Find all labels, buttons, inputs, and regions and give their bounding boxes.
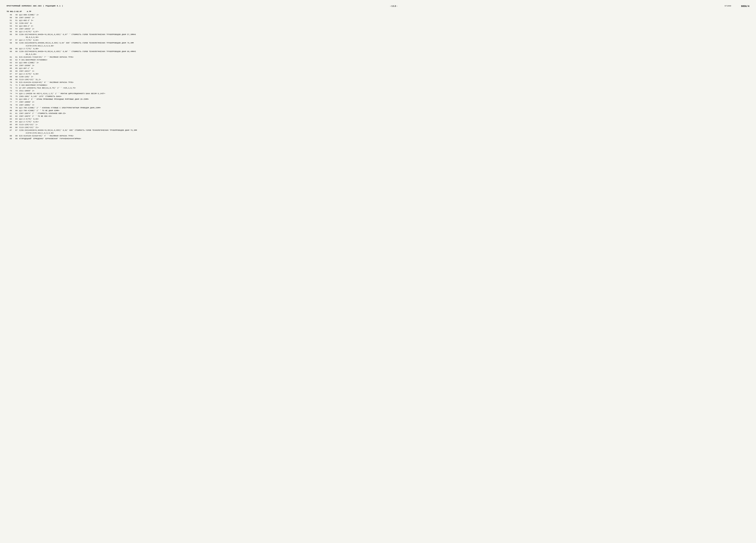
table-row: 64642307-10396' 3• xyxy=(7,64,749,67)
row-num1: 86 xyxy=(7,126,13,129)
row-num2: 89 xyxy=(13,137,19,140)
row-text: Ц12-2-4(75)' 0,03• xyxy=(19,118,749,121)
row-num1: 53 xyxy=(7,25,13,28)
row-num2: 85 xyxy=(13,123,19,126)
table-row: 50502307-10403' 2• xyxy=(7,16,749,19)
row-text: Ц12-2-7(75)' 0,09• xyxy=(19,47,749,50)
row-num2: 49 xyxy=(13,14,19,16)
table-row: 75752303-1001' 0,145' 1375' СТОИМОСТЬ БА… xyxy=(7,95,749,98)
row-num1: 62 xyxy=(7,59,13,61)
row-text: С159-1391' 3• xyxy=(19,75,749,78)
row-text: С159-643' 6• xyxy=(19,22,749,25)
row-text: Ц12-602-3' 5• xyxy=(19,19,749,22)
row-num2: 57 xyxy=(13,39,19,42)
table-row: 54542307-10633' 2• xyxy=(7,28,749,30)
row-text: 2307-10396' 3• xyxy=(19,64,749,67)
table-row: 5757Ц12-2-7(75)' 0,04• xyxy=(7,39,749,42)
row-text: Ц12-607-1' 4• xyxy=(19,67,749,70)
row-text: Ц12-2-7(75)' 0,04• xyxy=(19,39,749,42)
row-text: П АО2-ВАКУУМНАЯ УСТАНОВКА• xyxy=(19,84,749,87)
row-num1: 70 xyxy=(7,81,13,84)
table-row: 7070Е15-614#154-8(Н10=45)' 6' ' МАСЛЯНАЯ… xyxy=(7,81,749,84)
table-row: 6262П АО1-ВАКУУМНАЯ УСТАНОВКА• xyxy=(7,59,749,61)
row-num2: 60 xyxy=(13,50,19,53)
table-row: 8080Ц12-796-4(90В)' 2' ' ТО ЖЕ ДИАМ 63ММ… xyxy=(7,109,749,112)
table-row: 73732311-10835' 2• xyxy=(7,90,749,92)
row-num2: 83 xyxy=(13,118,19,121)
table-row: 8585С113-129(=13)' 1• xyxy=(7,123,749,126)
row-num2: 86 xyxy=(13,126,19,129)
row-num1: 58 xyxy=(7,42,13,44)
row-num1: 85 xyxy=(7,123,13,126)
row-num1: 84 xyxy=(7,121,13,123)
table-row: 7171П АО2-ВАКУУМНАЯ УСТАНОВКА• xyxy=(7,84,749,87)
table-row: 78782307-10061' 4• xyxy=(7,104,749,107)
row-num1: 79 xyxy=(7,107,13,109)
row-text: С159-3321#КО39=0,9#КО9•=0,95(А1,0,655)' … xyxy=(19,129,749,135)
row-text: С113-129(=13)' 1• xyxy=(19,123,749,126)
row-num2: 56 xyxy=(13,33,19,36)
row-num2: 51 xyxy=(13,19,19,22)
row-num1: 54 xyxy=(7,28,13,30)
table-row: 66662307-10217' 4• xyxy=(7,70,749,73)
row-text: Ц12-2-7(75)' 0,01• xyxy=(19,121,749,123)
row-num1: 89 xyxy=(7,137,13,140)
table-row: 5656С159-3317#КО39=0,9#КО9•=0,95(А1,0,65… xyxy=(7,33,749,39)
row-num2: 52 xyxy=(13,22,19,25)
row-num2: 68 xyxy=(13,75,19,78)
row-text: Ц12-603-2' 2• xyxy=(19,25,749,28)
row-text: 2307-10403' 2• xyxy=(19,16,749,19)
row-num1: 60 xyxy=(7,50,13,53)
document-content: ТП 901-I-82.87 А.ТР 4949Ц12-600-3(90В)' … xyxy=(7,11,749,140)
table-row: 8888Е15-614#164-8(Н10=45)' 4' ' МАСЛЯНАЯ… xyxy=(7,135,749,137)
row-num1: 77 xyxy=(7,101,13,104)
program-info: ПРОГРАММНЫЙ КОМПЛЕКС АВС-ЗЕС ( РЕДАКЦИЯ … xyxy=(7,5,63,7)
row-num1: 59 xyxy=(7,47,13,50)
row-num1: 61 xyxy=(7,56,13,59)
row-text: С113-130(=13)' 31,2• xyxy=(19,78,749,81)
row-num2: 69 xyxy=(13,78,19,81)
row-text: Ц12-2-6(75)' 0,07• xyxy=(19,30,749,33)
row-num1: 75 xyxy=(7,95,13,98)
row-num1: 69 xyxy=(7,78,13,81)
table-row: 6969С113-130(=13)' 31,2• xyxy=(7,78,749,81)
row-num2: 88 xyxy=(13,135,19,137)
row-num2: 72 xyxy=(13,87,19,90)
table-row: 6060С159-3327#КО39=0,9#КО9•=0,95(А1,0,65… xyxy=(7,50,749,56)
table-row: 8787С159-3321#КО39=0,9#КО9•=0,95(А1,0,65… xyxy=(7,129,749,135)
row-num1: 50 xyxy=(7,16,13,19)
row-text: П АО1-ВАКУУМНАЯ УСТАНОВКА• xyxy=(19,59,749,61)
doc-id: 671669 xyxy=(725,5,731,7)
table-row: 7979Ц12-796-2(90В)' 2' ' КЛАПАНЫ УГЛОВЫЕ… xyxy=(7,107,749,109)
table-row: 5151Ц12-602-3' 5• xyxy=(7,19,749,22)
row-num2: 74 xyxy=(13,92,19,95)
table-row: 7676Ц12-609-1' 6' ' КРАНЫ ПРОБКОВЫЕ ПРОХ… xyxy=(7,98,749,101)
row-num2: 87 xyxy=(13,129,19,132)
row-text: Ц12-600-1(90В)' 3• xyxy=(19,61,749,64)
row-num2: 50 xyxy=(13,16,19,19)
row-text: С159-3321#КО39=0,9#КО99,95(А1,0,655) 0,0… xyxy=(19,42,749,47)
row-num1: 55 xyxy=(7,30,13,33)
table-row: 6161Е15-613#164-7(Н10=45)' 7' ' МАСЛЯНАЯ… xyxy=(7,56,749,59)
row-num2: 70 xyxy=(13,81,19,84)
row-num2: 65 xyxy=(13,67,19,70)
table-row: 7272Ц7-297-1#КО39=0,75нА ВЕС(А1,0,75)' 2… xyxy=(7,87,749,90)
row-num2: 79 xyxy=(13,107,19,109)
row-text: Е15-614#164-8(Н10=45)' 4' ' МАСЛЯНАЯ ОКР… xyxy=(19,135,749,137)
row-num1: 51 xyxy=(7,19,13,22)
row-num1: 66 xyxy=(7,70,13,73)
table-row: 77772307-10060' 2• xyxy=(7,101,749,104)
table-row: 8484Ц12-2-7(75)' 0,01• xyxy=(7,121,749,123)
row-num2: 62 xyxy=(13,59,19,61)
row-num2: 75 xyxy=(13,95,19,98)
row-num2: 63 xyxy=(13,61,19,64)
row-num2: 81 xyxy=(13,112,19,115)
tp-label: ТП 901-I-82.87 xyxy=(7,11,22,13)
row-num1: 87 xyxy=(7,129,13,132)
row-num2: 53 xyxy=(13,25,19,28)
row-text: КГОРОДЕЦКИЙ' ЕРМОДЕНКО' БУРАКОВСКАЯ' ГКР… xyxy=(19,137,749,140)
row-num1: 71 xyxy=(7,84,13,87)
row-text: Ц18-1-1#КО39 НА #ЕС=1,6(А1,1,5)' 1' ' МО… xyxy=(19,92,749,95)
row-num1: 56 xyxy=(7,33,13,36)
row-num1: 80 xyxy=(7,109,13,112)
